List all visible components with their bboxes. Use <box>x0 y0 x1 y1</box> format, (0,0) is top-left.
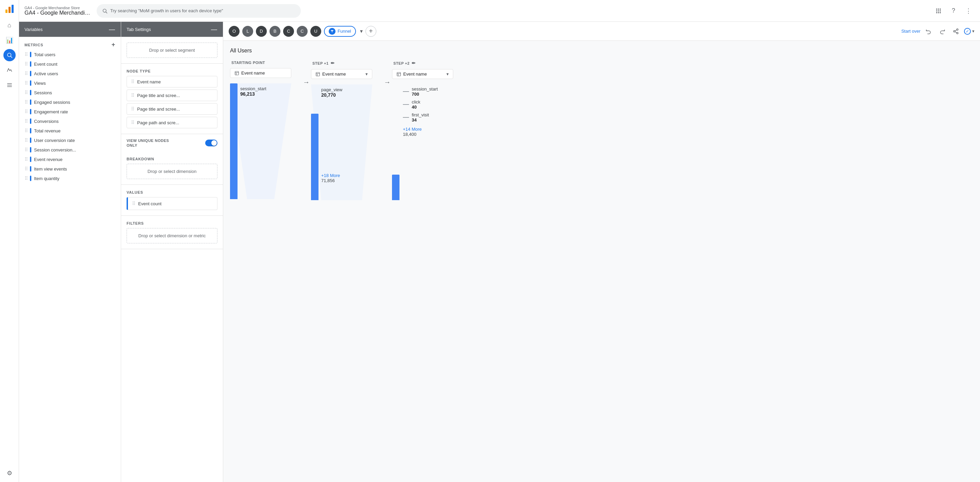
metric-item-item-quantity[interactable]: ⠿ Item quantity <box>19 173 121 183</box>
metric-color-bar <box>30 128 31 134</box>
start-over-button[interactable]: Start over <box>901 29 920 34</box>
metric-item-sessions[interactable]: ⠿ Sessions <box>19 88 121 97</box>
variables-minimize-icon[interactable]: — <box>108 26 115 33</box>
svg-rect-16 <box>936 12 937 13</box>
metric-item-conversions[interactable]: ⠿ Conversions <box>19 116 121 126</box>
breadcrumb: GA4 - Google Merchandise Store GA4 - Goo… <box>24 6 92 16</box>
node-type-section: NODE TYPE ⠿ Event name ⠿ Page title and … <box>121 64 223 134</box>
metric-item-views[interactable]: ⠿ Views <box>19 78 121 88</box>
item-name-click: click <box>412 99 420 105</box>
metric-item-session-conversion[interactable]: ⠿ Session conversion... <box>19 145 121 154</box>
user-avatar-b[interactable]: B <box>269 26 280 37</box>
user-avatar-o[interactable]: O <box>229 26 240 37</box>
search-placeholder: Try searching "MoM growth in users for e… <box>110 8 223 13</box>
svg-rect-14 <box>938 10 939 11</box>
step-1-edit-icon[interactable]: ✏ <box>331 60 335 66</box>
metric-item-event-count[interactable]: ⠿ Event count <box>19 59 121 69</box>
sidebar-item-advertising[interactable] <box>3 64 16 76</box>
node-type-page-title-1[interactable]: ⠿ Page title and scree... <box>127 89 218 101</box>
tab-dropdown-icon[interactable]: ▾ <box>360 28 363 34</box>
filters-drop-zone[interactable]: Drop or select dimension or metric <box>127 228 218 243</box>
step-1-dropdown-icon[interactable]: ▾ <box>366 72 368 76</box>
user-avatar-c1[interactable]: C <box>283 26 294 37</box>
user-avatar-u[interactable]: U <box>310 26 321 37</box>
search-bar[interactable]: Try searching "MoM growth in users for e… <box>97 4 301 18</box>
drag-handle: ⠿ <box>24 52 27 57</box>
tab-settings-minimize-icon[interactable]: — <box>211 26 218 33</box>
svg-rect-32 <box>397 72 401 76</box>
step-1-event-selector[interactable]: Event name ▾ <box>311 69 372 79</box>
step-0-event-label: Event name <box>241 70 265 76</box>
step-2-header: STEP +2 ✏ <box>392 60 474 66</box>
tab-funnel[interactable]: Funnel <box>324 26 356 37</box>
step-2-event-selector[interactable]: Event name ▾ <box>392 69 453 79</box>
sidebar-item-configure[interactable] <box>3 79 16 91</box>
user-avatar-c2[interactable]: C <box>297 26 308 37</box>
drag-handle: ⠿ <box>24 137 27 143</box>
drag-icon: ⠿ <box>131 106 134 111</box>
svg-point-21 <box>956 32 958 34</box>
step-2-bar <box>392 175 399 200</box>
user-avatar-l[interactable]: L <box>242 26 253 37</box>
user-avatar-d[interactable]: D <box>256 26 267 37</box>
node-type-event-name[interactable]: ⠿ Event name <box>127 76 218 87</box>
item-count-session-start: 700 <box>412 92 438 97</box>
step-0-count: 96,213 <box>240 91 266 97</box>
sidebar-item-home[interactable]: ⌂ <box>3 19 16 31</box>
svg-line-23 <box>955 30 956 31</box>
values-event-count[interactable]: ⠿ Event count <box>127 197 218 210</box>
step-1-count: 20,770 <box>321 92 342 98</box>
breakdown-drop-zone[interactable]: Drop or select dimension <box>127 164 218 179</box>
metric-color-bar <box>30 137 31 143</box>
svg-rect-18 <box>940 12 941 13</box>
step-2-more: +14 More 18,400 <box>403 127 438 137</box>
save-button[interactable]: ✓ ▾ <box>964 28 975 35</box>
node-type-page-title-2[interactable]: ⠿ Page title and scree... <box>127 103 218 115</box>
dash-icon <box>403 104 409 105</box>
metric-label: User conversion rate <box>34 138 75 143</box>
undo-icon[interactable] <box>923 26 934 37</box>
arrow-0-1: → <box>301 60 311 86</box>
more-options-icon[interactable]: ⋮ <box>962 5 975 17</box>
drag-handle: ⠿ <box>24 176 27 181</box>
sidebar-item-reports[interactable]: 📊 <box>3 34 16 46</box>
help-icon[interactable]: ? <box>947 5 959 17</box>
step-0-label: STARTING POINT <box>231 60 265 65</box>
metric-item-engagement-rate[interactable]: ⠿ Engagement rate <box>19 107 121 116</box>
metric-item-total-revenue[interactable]: ⠿ Total revenue <box>19 126 121 135</box>
step-2-more-link[interactable]: +14 More <box>403 127 438 132</box>
metric-label: Sessions <box>34 90 52 95</box>
step-2-label: STEP +2 <box>393 61 410 65</box>
step-1-more-link[interactable]: +18 More <box>321 173 340 178</box>
step-1-event-name: page_view <box>321 87 342 92</box>
step-2-edit-icon[interactable]: ✏ <box>412 60 416 66</box>
chart-title: All Users <box>230 48 973 54</box>
app-container: GA4 - Google Merchandise Store GA4 - Goo… <box>19 0 980 482</box>
metrics-section-label: METRICS + <box>19 37 121 50</box>
metric-item-total-users[interactable]: ⠿ Total users <box>19 50 121 59</box>
chart-toolbar: O L D B C C U Funnel ▾ + Start ove <box>223 22 980 41</box>
metric-item-active-users[interactable]: ⠿ Active users <box>19 69 121 78</box>
metric-color-bar <box>30 166 31 172</box>
metric-item-engaged-sessions[interactable]: ⠿ Engaged sessions <box>19 97 121 107</box>
sidebar-item-explore[interactable] <box>3 49 16 61</box>
add-metric-button[interactable]: + <box>111 41 115 48</box>
add-tab-button[interactable]: + <box>366 26 376 37</box>
metric-color-bar <box>30 118 31 124</box>
grid-icon[interactable] <box>932 5 945 17</box>
step-2-dropdown-icon[interactable]: ▾ <box>447 72 449 76</box>
metric-item-item-view-events[interactable]: ⠿ Item view events <box>19 164 121 173</box>
share-icon[interactable] <box>950 26 961 37</box>
step-0-event-selector[interactable]: Event name <box>230 68 291 78</box>
app-logo[interactable] <box>3 3 16 15</box>
view-unique-nodes-toggle[interactable] <box>205 140 218 146</box>
metric-item-event-revenue[interactable]: ⠿ Event revenue <box>19 154 121 164</box>
svg-rect-1 <box>8 7 11 13</box>
svg-marker-27 <box>230 83 291 199</box>
metric-item-user-conversion-rate[interactable]: ⠿ User conversion rate <box>19 135 121 145</box>
node-type-page-path[interactable]: ⠿ Page path and scre... <box>127 117 218 128</box>
redo-icon[interactable] <box>937 26 948 37</box>
settings-icon[interactable]: ⚙ <box>3 467 16 479</box>
variables-section: METRICS + ⠿ Total users ⠿ Event count ⠿ … <box>19 37 121 482</box>
segment-drop-zone[interactable]: Drop or select segment <box>127 43 218 58</box>
